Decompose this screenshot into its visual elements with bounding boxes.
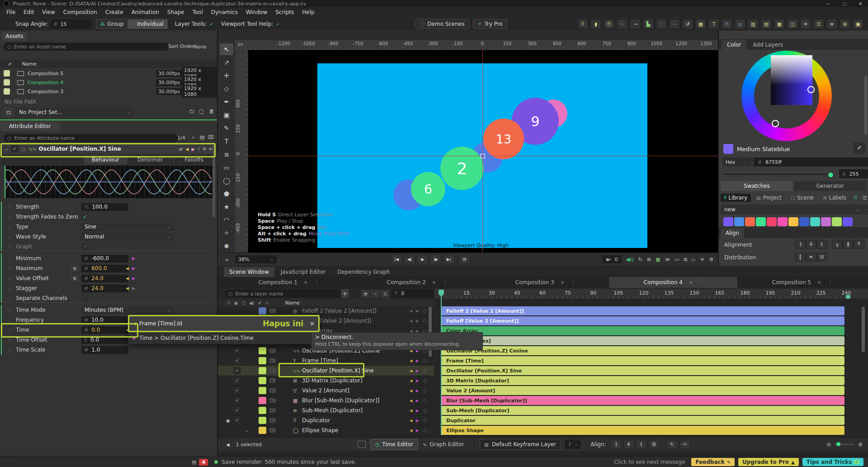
play-button[interactable]: ▶ [417,254,429,264]
tag-icon[interactable] [269,418,276,423]
expand-chevron-icon[interactable]: ⌄ [245,428,249,433]
keyframe-circle-icon[interactable]: ○ [423,378,427,383]
zoom-in-icon[interactable]: ⊕ [858,441,863,448]
ellipsis-icon[interactable]: ⋯ [669,19,680,29]
layer-row[interactable]: ✓YFrame [Time]◀▶○ [218,356,434,366]
hex-value-field[interactable]: #6755ff [754,157,868,167]
keyframe-dot-icon[interactable]: ○ [8,215,11,219]
conn-in-icon[interactable]: ◀ [126,266,129,271]
keyframe-dot-icon[interactable]: ○ [8,328,11,332]
tab-composition-5[interactable]: Composition 5✕| [737,277,866,288]
conn-in-icon[interactable]: ◀ [410,429,412,433]
in-out-icon[interactable]: ⊣⊢ [679,440,690,449]
effects-tool[interactable]: ✧ [220,227,233,239]
tab-composition-1[interactable]: Composition 1✕| [224,277,352,288]
tag-icon[interactable] [269,368,276,373]
jump-start-button[interactable]: |◀ [391,254,402,264]
layer-row[interactable]: ✓▦Blur [Sub-Mesh [Duplicator]]◀▶○ [218,396,434,406]
timeline-bar[interactable]: Random [Index] [441,336,844,345]
enabled-check-icon[interactable]: ✓ [233,417,241,424]
duplicate-icon[interactable]: ⧉ [203,146,206,152]
timeline-zoom-slider[interactable] [835,444,854,445]
minimize-button[interactable]: ─ [827,1,830,7]
align-top-icon[interactable]: ╥ [832,240,843,249]
align-center-h-icon[interactable]: ╪ [806,240,816,249]
tab-assets[interactable]: Assets [2,32,27,41]
grid-cells-icon[interactable]: ▦ [774,19,785,29]
attribute-value-field[interactable]: #24.0 [81,285,128,292]
source-library[interactable]: ⫴Library [721,194,751,202]
panel-expand-icon[interactable]: » [225,256,229,263]
upgrade-button[interactable]: Upgrade to Pro▲ [738,458,799,466]
lock-icon[interactable]: ⚿ [227,300,231,305]
align-left-icon[interactable]: ╞ [795,240,806,249]
step-forward-button[interactable]: |▶ [430,254,442,264]
collapse-icon[interactable]: ◀ [226,442,230,447]
tab-falloffs[interactable]: Falloffs [176,155,212,164]
layer-color-swatch[interactable] [259,307,266,315]
step-back-button[interactable]: ◀| [404,254,415,264]
zoom-out-icon[interactable]: ⊖ [826,441,831,448]
graph-editor-button[interactable]: ∿Graph Editor [418,439,468,449]
polygon-tool[interactable]: ⬟ [220,188,233,200]
wheel-handle[interactable] [772,120,779,127]
palette-dropdown[interactable]: new⌄⋯ [721,205,868,214]
palette-swatch[interactable] [723,217,733,226]
tab-close-icon[interactable]: ✕ [561,280,564,285]
rotate-icon[interactable]: ↺ [682,19,693,29]
tag-icon[interactable] [269,348,276,353]
tab-close-icon[interactable]: ✕ [432,280,436,285]
align-right-icon[interactable]: ╡ [816,240,827,249]
align-left-icon[interactable]: ╞ [611,440,622,449]
conn-left-icon[interactable]: ◀ [185,147,189,152]
enabled-check-icon[interactable]: ✓ [11,145,19,152]
frame-label-icon[interactable]: Ⓕ [604,19,614,29]
layer-color-swatch[interactable] [259,357,266,364]
keyframe-dot-icon[interactable]: ○ [8,225,11,229]
conn-in-icon[interactable]: ◀ [410,389,412,393]
conn-in-icon[interactable]: ◀ [410,319,412,323]
pin-tool-icon[interactable]: T [708,19,719,29]
attribute-value-field[interactable]: #0.0 [81,326,128,334]
menu-animation[interactable]: Animation [132,9,159,15]
alpha-value-field[interactable]: A255 [839,169,868,178]
color-panel-scrollbar[interactable] [864,76,867,135]
move-tool[interactable]: ✛ [220,70,233,81]
palette-swatch[interactable] [745,217,755,226]
keyframe-dot-icon[interactable]: ○ [8,245,11,249]
popover-connection-row[interactable]: ◀ Frame [Time].Id Hapus ini ✕ [128,315,320,332]
try-pro-button[interactable]: ⚡Try Pro [473,19,507,29]
eyedropper-button[interactable]: ✐ [854,142,865,154]
palette-more-icon[interactable]: ⋯ [866,207,868,213]
keyframe-dot-icon[interactable]: ○ [8,267,11,271]
pencil-tool[interactable]: ✎ [220,122,233,134]
conn-out-icon[interactable]: ▶ [132,256,135,261]
frame-counter-field[interactable]: ◼▸0 [602,255,622,263]
tab-composition-4[interactable]: Composition 4✕| [609,277,737,288]
solo-circle-icon[interactable]: ○ [22,146,26,152]
console-icon[interactable]: ▤ [192,459,196,465]
enabled-check-icon[interactable]: ✓ [233,377,241,384]
menu-shape[interactable]: Shape [167,9,184,15]
conn-in-icon[interactable]: ◀ [410,359,412,363]
palette-swatch[interactable] [810,217,820,226]
timeline-bar[interactable]: Sub-Mesh [Duplicator] [441,406,844,415]
split-icon[interactable]: ⇄ [179,147,182,152]
menu-view[interactable]: View [42,9,55,15]
popover-target-row[interactable]: ▶ Time > Oscillator [Position.Z] Cosine.… [128,332,320,344]
eye-icon[interactable]: ◉ [234,300,238,305]
trash-icon[interactable]: 🗑 [209,108,214,114]
attribute-dropdown[interactable]: Sine⌄ [81,223,174,231]
timeline-playhead-line[interactable] [441,295,442,435]
sort-order-dropdown[interactable]: None⌄ [193,43,214,51]
tab-color[interactable]: Color [722,40,746,50]
rows-icon[interactable]: ▤ [761,19,772,29]
oscillator-header-row[interactable]: ⌄✓○∿∿Oscillator [Position.X] Sine⇄◀▶⊺⧉✕ [1,144,215,154]
keyframe-dot-icon[interactable]: ○ [8,318,11,322]
attribute-value-field[interactable]: #24.0 [81,275,128,282]
close-button[interactable]: ✕ [859,1,863,7]
attribute-value-field[interactable]: #-600.0 [81,255,128,262]
menu-help[interactable]: Help [302,9,314,15]
attribute-value-field[interactable]: #600.0 [81,265,128,272]
timeline-bar[interactable]: Ellipse Shape [441,426,844,435]
